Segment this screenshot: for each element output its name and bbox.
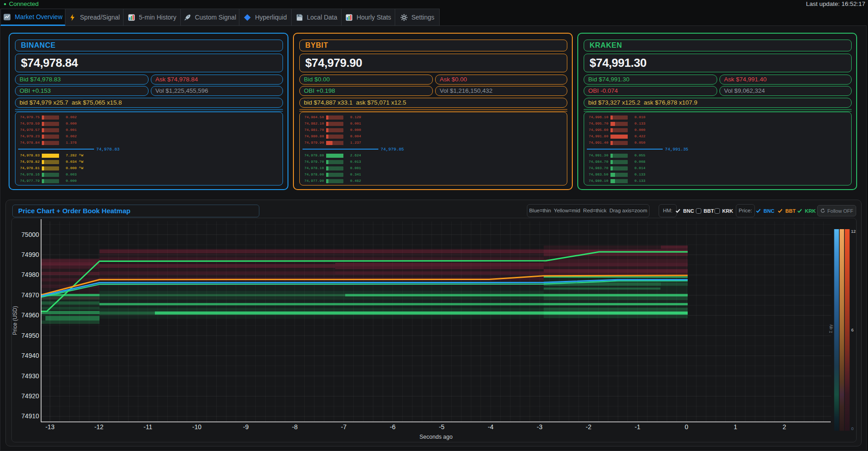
svg-text:-7: -7 bbox=[341, 423, 347, 431]
svg-text:-13: -13 bbox=[45, 423, 55, 431]
svg-text:Σ qty: Σ qty bbox=[828, 324, 833, 333]
svg-text:Price (USD): Price (USD) bbox=[12, 306, 18, 335]
svg-text:-8: -8 bbox=[292, 423, 298, 431]
svg-text:74910: 74910 bbox=[21, 412, 39, 420]
svg-text:74960: 74960 bbox=[21, 311, 39, 319]
svg-text:-9: -9 bbox=[243, 423, 249, 431]
svg-text:-6: -6 bbox=[390, 423, 396, 431]
svg-text:74920: 74920 bbox=[21, 392, 39, 400]
svg-text:-10: -10 bbox=[192, 423, 201, 431]
svg-text:74930: 74930 bbox=[21, 372, 39, 380]
svg-text:0: 0 bbox=[851, 426, 853, 431]
svg-text:-12: -12 bbox=[94, 423, 104, 431]
svg-text:-11: -11 bbox=[144, 423, 152, 431]
svg-text:74940: 74940 bbox=[21, 352, 39, 359]
svg-text:0: 0 bbox=[685, 423, 689, 431]
svg-text:-5: -5 bbox=[439, 423, 445, 431]
svg-text:-4: -4 bbox=[488, 423, 494, 431]
svg-text:74970: 74970 bbox=[21, 291, 39, 299]
svg-text:74950: 74950 bbox=[21, 332, 39, 339]
svg-text:12: 12 bbox=[851, 229, 856, 234]
svg-text:1: 1 bbox=[734, 423, 737, 431]
svg-text:74980: 74980 bbox=[21, 271, 39, 278]
svg-text:-1: -1 bbox=[635, 423, 640, 431]
svg-text:Seconds ago: Seconds ago bbox=[420, 434, 453, 440]
svg-text:-3: -3 bbox=[537, 423, 543, 431]
svg-text:6: 6 bbox=[851, 327, 853, 332]
svg-text:-2: -2 bbox=[586, 423, 592, 431]
svg-text:74990: 74990 bbox=[21, 251, 39, 258]
svg-text:2: 2 bbox=[783, 423, 786, 431]
svg-text:75000: 75000 bbox=[21, 231, 39, 238]
